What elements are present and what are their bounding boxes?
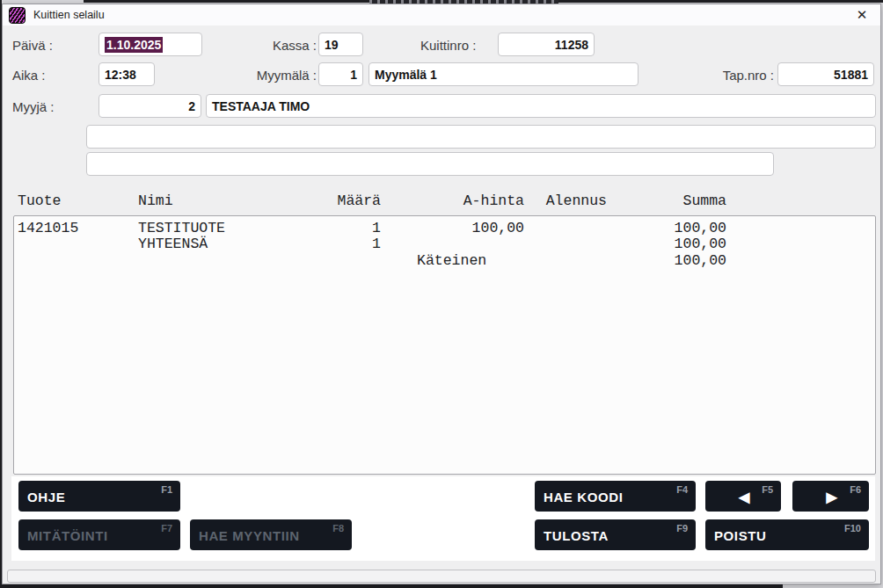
myyja-label: Myyjä :: [12, 99, 55, 114]
kassa-label: Kassa :: [255, 38, 317, 53]
paiva-input[interactable]: 1.10.2025: [99, 33, 202, 56]
poistu-fkey-label: F10: [844, 523, 861, 534]
hae-myyntiin-fkey-label: F8: [332, 523, 344, 534]
status-bar: [7, 570, 876, 583]
kuittinro-input[interactable]: 11258: [498, 33, 595, 56]
receipt-row[interactable]: 1421015TESTITUOTE1100,00100,00: [14, 221, 875, 236]
tapnro-input[interactable]: 51881: [777, 62, 874, 86]
cell-maara: 1: [296, 236, 381, 252]
tulosta-button[interactable]: TULOSTA F9: [535, 519, 696, 550]
cell-payment: Käteinen: [417, 253, 549, 269]
paiva-value-selected: 1.10.2025: [105, 37, 163, 53]
receipt-row[interactable]: Käteinen100,00: [14, 253, 875, 269]
cell-tuote: 1421015: [18, 221, 132, 236]
receipt-row[interactable]: YHTEENSÄ1100,00: [14, 236, 875, 252]
extra-input-1[interactable]: [86, 125, 876, 149]
poistu-button-label: POISTU: [714, 527, 766, 542]
myyja-name-input[interactable]: TESTAAJA TIMO: [206, 94, 876, 118]
close-icon[interactable]: ✕: [850, 5, 873, 25]
cell-summa: 100,00: [630, 253, 726, 269]
tulosta-button-label: TULOSTA: [544, 527, 609, 542]
column-header-ahinta: A-hinta: [401, 193, 524, 209]
screen: Kuittien selailu ✕ Päivä : Kassa : Kuitt…: [0, 0, 883, 588]
app-icon: [9, 7, 26, 24]
next-fkey-label: F6: [850, 484, 861, 495]
previous-receipt-button[interactable]: ◀ F5: [705, 481, 781, 512]
cell-summa: 100,00: [630, 236, 726, 252]
myymala-number-input[interactable]: 1: [318, 62, 363, 86]
next-receipt-button[interactable]: ▶ F6: [792, 481, 869, 512]
title-bar: Kuittien selailu ✕: [3, 4, 880, 25]
hae-myyntiin-button[interactable]: HAE MYYNTIIN F8: [190, 519, 352, 550]
poistu-button[interactable]: POISTU F10: [705, 519, 869, 550]
column-header-maara: Määrä: [296, 193, 381, 209]
ohje-button-label: OHJE: [27, 489, 65, 504]
hae-koodi-button[interactable]: HAE KOODI F4: [535, 481, 696, 512]
right-arrow-icon: ▶: [827, 488, 838, 505]
receipt-line-list[interactable]: 1421015TESTITUOTE1100,00100,00YHTEENSÄ11…: [13, 215, 876, 475]
mitatointi-button[interactable]: MITÄTÖINTI F7: [18, 519, 180, 550]
window-title: Kuittien selailu: [33, 9, 105, 21]
column-header-tuote: Tuote: [18, 193, 132, 209]
prev-fkey-label: F5: [762, 484, 773, 495]
mitatointi-fkey-label: F7: [161, 523, 172, 534]
myyja-number-input[interactable]: 2: [99, 94, 201, 118]
left-arrow-icon: ◀: [739, 488, 750, 505]
ohje-button[interactable]: OHJE F1: [18, 481, 180, 512]
ohje-fkey-label: F1: [161, 484, 172, 495]
tulosta-fkey-label: F9: [676, 523, 688, 534]
paiva-label: Päivä :: [12, 38, 53, 53]
hae-koodi-button-label: HAE KOODI: [544, 489, 623, 504]
mitatointi-button-label: MITÄTÖINTI: [27, 527, 108, 542]
kassa-input[interactable]: 19: [318, 33, 363, 56]
extra-input-2[interactable]: [86, 152, 774, 176]
tapnro-label: Tap.nro :: [704, 68, 774, 83]
hae-myyntiin-button-label: HAE MYYNTIIN: [199, 527, 300, 542]
cell-maara: 1: [296, 221, 381, 236]
cell-ahinta: 100,00: [401, 221, 524, 236]
myymala-label: Myymälä :: [243, 68, 317, 83]
myymala-name-input[interactable]: Myymälä 1: [369, 62, 639, 86]
aika-input[interactable]: 12:38: [99, 62, 155, 86]
hae-koodi-fkey-label: F4: [676, 484, 688, 495]
receipt-table-header: TuoteNimiMääräA-hintaAlennusSumma: [14, 193, 867, 209]
cell-summa: 100,00: [630, 221, 726, 236]
kuittinro-label: Kuittinro :: [420, 38, 476, 53]
column-header-alennus: Alennus: [542, 193, 607, 209]
aika-label: Aika :: [12, 68, 46, 83]
column-header-summa: Summa: [630, 193, 726, 209]
